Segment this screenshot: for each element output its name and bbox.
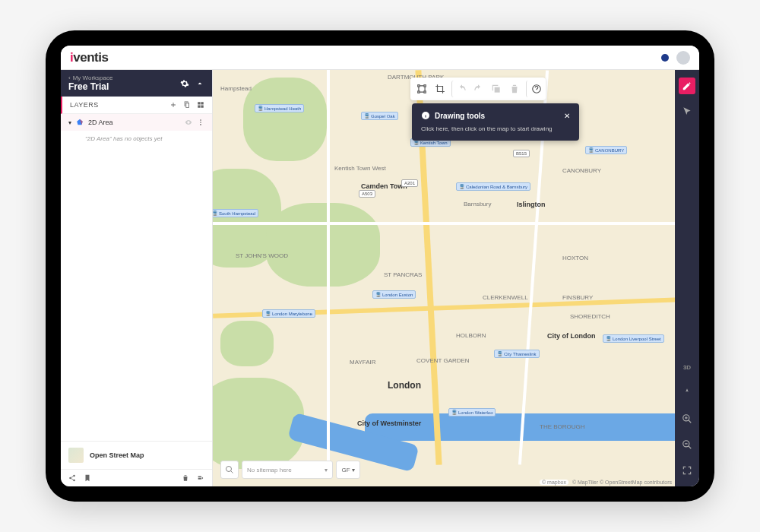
compass-icon[interactable]	[679, 385, 695, 401]
main-area: ‹ My Workspace Free Trial LAYERS	[61, 70, 699, 486]
poi-station: 🚆 South Hampstead	[213, 209, 258, 217]
edit-icon[interactable]	[679, 78, 695, 94]
node-tool-icon[interactable]	[413, 81, 430, 97]
poi-station: 🚆 Hampstead Heath	[255, 104, 304, 112]
add-layer-icon[interactable]	[169, 101, 177, 109]
cursor-icon[interactable]	[679, 103, 695, 120]
share-icon[interactable]	[68, 474, 76, 482]
drawing-toolbar	[410, 78, 546, 100]
svg-point-3	[73, 475, 75, 477]
poi-station: 🚆 London Waterloo	[448, 408, 496, 416]
poi-station: 🚆 London Liverpool Street	[603, 334, 664, 343]
map-canvas[interactable]: Hampstead DARTMOUTH PARK HOLLOWAY Kentis…	[213, 70, 675, 486]
svg-rect-10	[495, 87, 500, 93]
search-icon[interactable]	[220, 461, 239, 479]
basemap-name: Open Street Map	[90, 451, 144, 459]
copy-icon[interactable]	[183, 101, 191, 109]
info-icon	[421, 111, 430, 120]
grid-icon[interactable]	[197, 101, 204, 109]
user-avatar[interactable]	[676, 51, 690, 65]
notification-dot[interactable]	[661, 54, 669, 62]
chevron-down-icon: ▾	[352, 467, 355, 473]
svg-point-2	[200, 124, 201, 125]
plan-title: Free Trial	[68, 81, 112, 92]
layers-header: LAYERS	[61, 97, 212, 114]
layer-empty-message: "2D Area" has no objects yet	[61, 131, 212, 147]
tablet-frame: iventis ‹ My Workspace Free Trial	[46, 30, 714, 502]
level-select[interactable]: GF ▾	[336, 461, 360, 479]
layer-name: 2D Area	[88, 119, 113, 126]
tooltip-body: Click here, then click on the map to sta…	[421, 125, 570, 133]
sidebar-footer	[61, 469, 212, 486]
poi-station: 🚆 London Euston	[372, 290, 416, 299]
layers-title: LAYERS	[70, 101, 99, 109]
app-window: iventis ‹ My Workspace Free Trial	[61, 46, 699, 486]
more-icon[interactable]	[197, 119, 204, 126]
poi-station: 🚆 Caledonian Road & Barnsbury	[456, 182, 530, 191]
collapse-icon[interactable]	[195, 79, 204, 88]
trash-icon[interactable]	[182, 474, 189, 482]
sidebar-header: ‹ My Workspace Free Trial	[61, 70, 212, 97]
zoom-out-icon[interactable]	[679, 436, 695, 453]
breadcrumb[interactable]: ‹ My Workspace	[68, 74, 112, 81]
chevron-down-icon[interactable]: ▾	[68, 119, 71, 126]
layer-item[interactable]: ▾ 2D Area	[61, 114, 212, 131]
basemap-thumb	[68, 448, 84, 463]
svg-point-13	[226, 467, 232, 472]
sitemap-select[interactable]: No sitemap here ▾	[242, 461, 333, 479]
gear-icon[interactable]	[180, 79, 189, 88]
brand-logo: iventis	[70, 50, 108, 65]
basemap-selector[interactable]: Open Street Map	[61, 441, 212, 469]
svg-rect-7	[424, 85, 426, 87]
tooltip-card: Drawing tools ✕ Click here, then click o…	[412, 103, 579, 141]
svg-rect-9	[424, 91, 426, 93]
chevron-down-icon: ▾	[325, 467, 328, 473]
fullscreen-icon[interactable]	[679, 462, 695, 479]
polygon-icon	[76, 119, 84, 126]
tooltip-title: Drawing tools	[435, 112, 485, 120]
right-rail: 3D	[675, 70, 699, 486]
poi-station: 🚆 CANONBURY	[585, 146, 627, 154]
export-icon[interactable]	[197, 474, 204, 482]
top-bar: iventis	[61, 46, 699, 70]
view-3d-button[interactable]: 3D	[679, 359, 695, 375]
redo-icon[interactable]	[470, 81, 486, 97]
svg-point-4	[69, 477, 71, 480]
undo-icon[interactable]	[451, 81, 468, 97]
map-attribution: © mapbox © MapTiler © OpenStreetMap cont…	[540, 480, 672, 485]
svg-point-1	[200, 122, 201, 123]
bookmark-icon[interactable]	[84, 474, 91, 482]
close-icon[interactable]: ✕	[564, 112, 570, 120]
sidebar: ‹ My Workspace Free Trial LAYERS	[61, 70, 213, 486]
poi-station: 🚆 City Thameslink	[494, 350, 540, 358]
delete-draw-icon[interactable]	[506, 81, 523, 97]
copy-draw-icon[interactable]	[488, 81, 505, 97]
poi-station: 🚆 London Marylebone	[262, 309, 315, 318]
bottom-search-bar: No sitemap here ▾ GF ▾	[220, 461, 360, 479]
svg-rect-6	[418, 85, 420, 87]
svg-rect-8	[418, 91, 420, 93]
zoom-in-icon[interactable]	[679, 410, 695, 427]
chevron-left-icon: ‹	[68, 74, 71, 81]
svg-point-0	[200, 119, 201, 121]
visibility-icon[interactable]	[185, 119, 192, 126]
crop-tool-icon[interactable]	[432, 81, 448, 97]
svg-point-5	[73, 480, 75, 482]
poi-station: 🚆 Gospel Oak	[361, 112, 398, 120]
help-icon[interactable]	[526, 81, 543, 97]
